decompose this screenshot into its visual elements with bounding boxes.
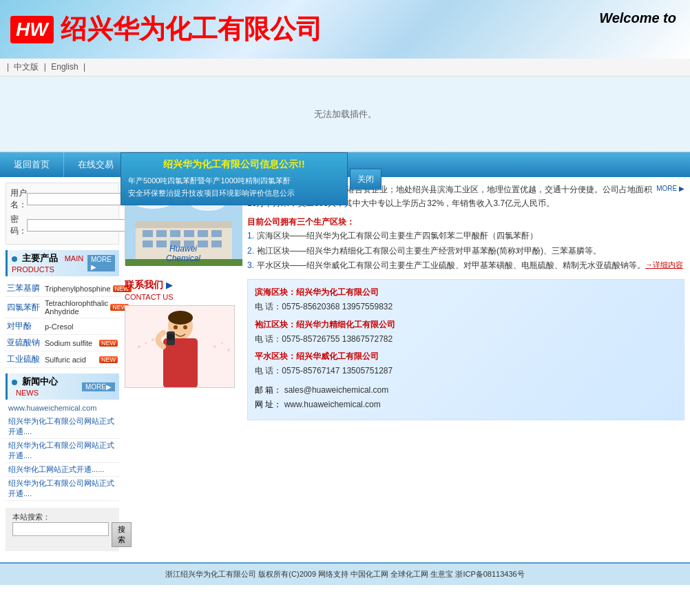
popup-content: 年产5000吨四氯苯酐暨年产1000吨精制四氯苯酐 安全环保整治提升技改项目环境… <box>128 175 340 199</box>
new-badge-4: NEW <box>99 340 118 347</box>
page-footer: 浙江绍兴华为化工有限公司 版权所有(C)2009 网络支持 中国化工网 全球化工… <box>0 562 690 585</box>
email-label: 邮 箱： <box>255 385 282 395</box>
company-name-cn: 绍兴华为化工有限公司 <box>61 12 322 47</box>
password-label: 密 码： <box>10 214 27 237</box>
detail-link[interactable]: →详细内容 <box>645 258 683 274</box>
flash-area: 无法加载插件。 <box>0 76 690 152</box>
block-text-2: 袍江区块——绍兴华力精细化工有限公司主要生产经营对甲基苯酚(简称对甲酚)、三苯基… <box>257 244 601 259</box>
list-item: 四氯苯酐 Tetrachlorophthalic Anhydride NEW <box>6 297 119 318</box>
product-en-4: Sodium sulfite <box>45 339 97 347</box>
popup-line2: 安全环保整治提升技改项目环境影响评价信息公示 <box>128 187 340 200</box>
svg-point-35 <box>174 325 178 329</box>
svg-point-33 <box>168 311 193 325</box>
contact-email-line: 邮 箱： sales@huaweichemical.com <box>255 383 677 398</box>
search-label: 本站搜索： <box>12 513 50 521</box>
contact-title-text: 联系我们 <box>125 279 163 291</box>
login-password-row: 密 码： 登录 <box>10 214 114 237</box>
block-num-2: 2. <box>247 244 254 259</box>
list-item: 工业硫酸 Sulfuric acid NEW <box>6 351 119 368</box>
svg-point-30 <box>221 342 223 344</box>
product-list: 三苯基膦 Triphenylphosphine NEW 四氯苯酐 Tetrach… <box>6 280 119 368</box>
contact-subtitle: CONTACT US <box>125 293 242 301</box>
news-bullet-icon <box>12 380 17 385</box>
contact-website-line: 网 址： www.huaweichemical.com <box>255 398 677 413</box>
block-num-3: 3. <box>247 258 254 274</box>
website-value: www.huaweichemical.com <box>284 400 381 409</box>
contact-phone-2: 电 话：0575-85726755 13867572782 <box>255 332 677 347</box>
products-more-btn[interactable]: MORE ▶ <box>87 255 115 271</box>
page-header: HW 绍兴华为化工有限公司 Welcome to <box>0 0 690 59</box>
password-input[interactable] <box>27 219 126 232</box>
logo-area: HW 绍兴华为化工有限公司 <box>10 12 322 47</box>
svg-rect-10 <box>136 221 232 228</box>
svg-point-27 <box>151 338 154 341</box>
flash-message: 无法加载插件。 <box>314 108 377 121</box>
footer-text: 浙江绍兴华为化工有限公司 版权所有(C)2009 网络支持 中国化工网 全球化工… <box>165 570 524 578</box>
email-value: sales@huaweichemical.com <box>284 385 389 395</box>
svg-point-26 <box>145 342 147 344</box>
svg-rect-34 <box>163 338 198 388</box>
nav-trade[interactable]: 在线交易 <box>64 152 128 177</box>
products-section-header: 主要产品 MAIN PRODUCTS MORE ▶ <box>6 250 119 276</box>
block-text-3: 平水区块——绍兴华威化工有限公司主要生产工业硫酸、对甲基苯磺酸、电瓶硫酸、精制无… <box>257 258 645 274</box>
contact-photo-area: 联系我们 ▶ CONTACT US <box>125 279 242 420</box>
news-item-3[interactable]: 绍兴华化工网站正式开通...... <box>6 463 119 477</box>
production-block-2: 2. 袍江区块——绍兴华力精细化工有限公司主要生产经营对甲基苯酚(简称对甲酚)、… <box>247 244 684 259</box>
center-content: HuaweiChemical MORE ▶ 绍兴华为化工有限公司是中港合资企业；… <box>125 183 684 551</box>
contact-section: 联系我们 ▶ CONTACT US <box>125 279 684 420</box>
news-section: 新闻中心 NEWS MORE▶ www.huaweichemical.com 绍… <box>6 373 119 501</box>
search-area: 本站搜索： 搜索 <box>6 508 119 551</box>
hw-logo-box: HW <box>10 16 54 43</box>
product-en-5: Sulfuric acid <box>45 356 97 364</box>
news-section-header: 新闻中心 NEWS MORE▶ <box>6 373 119 400</box>
news-title-cn: 新闻中心 <box>22 376 58 387</box>
news-item-4[interactable]: 绍兴华为化工有限公司网站正式开通.... <box>6 477 119 501</box>
lang-chinese[interactable]: 中文版 <box>14 62 39 72</box>
product-link-1[interactable]: 三苯基膦 <box>7 283 45 294</box>
svg-rect-11 <box>143 230 153 237</box>
product-link-5[interactable]: 工业硫酸 <box>7 353 45 365</box>
products-title-cn: 主要产品 <box>22 253 58 263</box>
product-link-3[interactable]: 对甲酚 <box>7 320 45 332</box>
contact-phone-3: 电 话：0575-85767147 13505751287 <box>255 364 677 379</box>
username-input[interactable] <box>27 193 126 205</box>
popup-banner: 绍兴华为化工有限公司信息公示!! 年产5000吨四氯苯酐暨年产1000吨精制四氯… <box>121 152 348 205</box>
contact-phone-1: 电 话：0575-85620368 13957559832 <box>255 300 677 315</box>
contact-company-1: 滨海区块：绍兴华为化工有限公司 <box>255 287 677 298</box>
news-title-en: NEWS <box>16 389 39 397</box>
website-label: 网 址： <box>255 400 282 409</box>
lang-nav: | 中文版 | English | <box>0 59 690 76</box>
nav-home[interactable]: 返回首页 <box>0 152 64 177</box>
list-item: 对甲酚 p-Cresol <box>6 318 119 335</box>
contact-image <box>125 305 235 388</box>
svg-rect-13 <box>170 230 180 237</box>
login-username-row: 用户名： <box>10 187 114 211</box>
news-item-2[interactable]: 绍兴华为化工有限公司网站正式开通.... <box>6 439 119 463</box>
svg-point-31 <box>227 349 230 351</box>
news-more-btn[interactable]: MORE▶ <box>82 382 115 391</box>
svg-rect-12 <box>156 230 167 237</box>
search-input[interactable] <box>12 522 109 536</box>
contact-info: 滨海区块：绍兴华为化工有限公司 电 话：0575-85620368 139575… <box>247 279 684 420</box>
news-item-1[interactable]: 绍兴华为化工有限公司网站正式开通.... <box>6 415 119 439</box>
lang-english[interactable]: English <box>51 62 78 72</box>
production-block-1: 1. 滨海区块——绍兴华为化工有限公司主要生产四氯邻苯二甲酸酐（四氯苯酐） <box>247 229 684 244</box>
product-link-2[interactable]: 四氯苯酐 <box>7 302 45 314</box>
list-item: 三苯基膦 Triphenylphosphine NEW <box>6 280 119 297</box>
contact-arrow-icon: ▶ <box>166 280 172 290</box>
products-bullet-icon <box>12 256 17 262</box>
contact-company-3: 平水区块：绍兴华威化工有限公司 <box>255 351 677 362</box>
product-link-4[interactable]: 亚硫酸钠 <box>7 337 45 349</box>
popup-close-button[interactable]: 关闭 <box>350 168 381 189</box>
svg-point-38 <box>167 333 174 340</box>
welcome-text: Welcome to <box>599 10 676 26</box>
svg-point-25 <box>138 345 140 348</box>
svg-point-29 <box>213 345 216 348</box>
username-label: 用户名： <box>10 187 27 211</box>
login-form: 用户名： 密 码： 登录 <box>6 183 119 245</box>
new-badge-5: NEW <box>99 356 118 363</box>
contact-block-1: 滨海区块：绍兴华为化工有限公司 电 话：0575-85620368 139575… <box>255 287 677 315</box>
company-more-link[interactable]: MORE ▶ <box>656 183 684 194</box>
contact-person-svg <box>125 305 234 388</box>
news-website-url: www.huaweichemical.com <box>6 404 119 412</box>
